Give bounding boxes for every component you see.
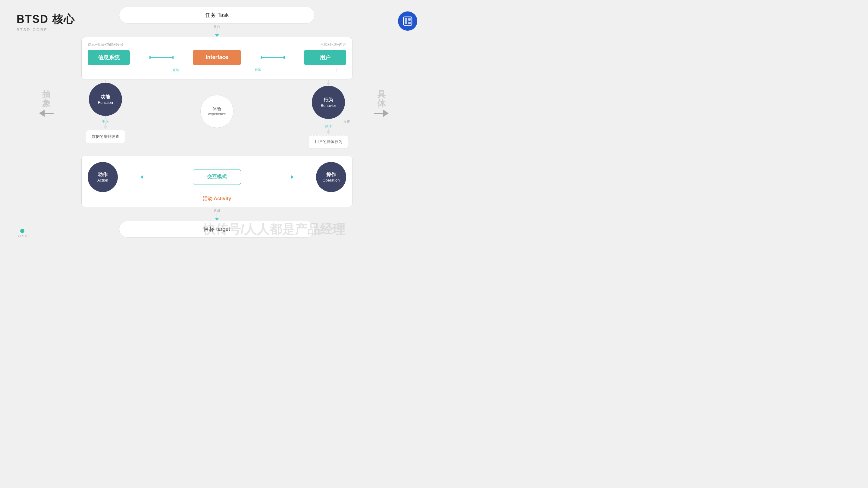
function-label-1: 功能 bbox=[101, 94, 110, 100]
btsd-dot bbox=[20, 229, 24, 233]
response-label: 响应 bbox=[102, 119, 109, 123]
concrete-label: 具 体 bbox=[374, 90, 389, 117]
experience-label-1: 体验 bbox=[212, 106, 221, 112]
achieve-connector: 达成 bbox=[214, 208, 220, 221]
arrow-info-to-interface bbox=[149, 56, 174, 59]
to-activity-connector bbox=[217, 151, 217, 156]
info-system-label: 信息系统 bbox=[98, 54, 120, 61]
action-circle: 动作 Action bbox=[88, 162, 118, 192]
feedback-connector bbox=[97, 68, 97, 72]
recognize-label: 辨识 bbox=[255, 68, 261, 72]
btsd-bottom: BTSD bbox=[17, 229, 28, 238]
execute-label: 执行 bbox=[214, 25, 220, 29]
user-ops-box: 用户的具体行为 bbox=[309, 135, 348, 149]
operate-label: 操作 bbox=[325, 124, 332, 129]
activity-panel: 动作 Action 交互模式 bbox=[81, 156, 352, 207]
behavior-label-1: 行为 bbox=[323, 97, 333, 103]
three-boxes-row: 信息系统 Interface bbox=[88, 50, 346, 65]
user-box: 用户 bbox=[304, 50, 346, 65]
info-system-top-label: 信息+关系+功能+数据 bbox=[88, 42, 123, 47]
execute-connector: 执行 bbox=[214, 25, 220, 37]
info-system-box: 信息系统 bbox=[88, 50, 130, 65]
discover-label: 发现 bbox=[343, 120, 350, 124]
operation-circle: 操作 Operation bbox=[316, 162, 346, 192]
task-label: 任务 Task bbox=[205, 11, 229, 19]
interface-box: Interface bbox=[193, 50, 241, 65]
action-label-2: Action bbox=[97, 178, 108, 183]
user-label: 用户 bbox=[320, 54, 331, 61]
arrow-mode-to-operation bbox=[264, 175, 294, 179]
interaction-mode-box: 交互模式 bbox=[193, 169, 241, 185]
recognize-connector bbox=[337, 68, 337, 72]
btsd-text: BTSD bbox=[17, 234, 28, 238]
behavior-label-2: Behavior bbox=[320, 103, 336, 108]
behavior-circle: 行为 Behavior bbox=[312, 86, 345, 119]
target-label: 目标 target bbox=[204, 226, 230, 233]
diagram-root: 任务 Task 执行 信息+关系+功能+数据 形式+外观+内容 信息系统 bbox=[81, 7, 352, 237]
interface-label: Interface bbox=[206, 54, 228, 61]
arrow-mode-to-action bbox=[141, 175, 170, 179]
function-label-2: Function bbox=[98, 100, 113, 105]
arrow-interface-to-user bbox=[260, 56, 285, 59]
target-box: 目标 target bbox=[119, 221, 315, 237]
task-box: 任务 Task bbox=[119, 7, 315, 24]
form-top-label: 形式+外观+内容 bbox=[320, 42, 346, 47]
experience-circle: 体验 experience bbox=[200, 95, 234, 128]
response-connector: 响应 bbox=[102, 116, 109, 129]
abstract-label: 抽 象 bbox=[39, 90, 54, 117]
operation-label-2: Operation bbox=[322, 178, 340, 183]
action-label-1: 动作 bbox=[98, 172, 107, 178]
data-ops-box: 数据的增删改查 bbox=[86, 130, 125, 143]
activity-label: 活动 Activity bbox=[88, 196, 346, 202]
feedback-label: 反馈 bbox=[173, 68, 179, 72]
operate-connector: 操作 bbox=[325, 124, 332, 134]
interaction-mode-label: 交互模式 bbox=[207, 174, 226, 180]
top-labels-row: 信息+关系+功能+数据 形式+外观+内容 bbox=[88, 42, 346, 47]
middle-panel: 信息+关系+功能+数据 形式+外观+内容 信息系统 Interface bbox=[81, 37, 352, 80]
operation-label-1: 操作 bbox=[326, 172, 336, 178]
activity-row: 动作 Action 交互模式 bbox=[88, 162, 346, 192]
function-circle: 功能 Function bbox=[89, 83, 122, 116]
achieve-label: 达成 bbox=[214, 208, 220, 213]
experience-label-2: experience bbox=[208, 112, 226, 116]
